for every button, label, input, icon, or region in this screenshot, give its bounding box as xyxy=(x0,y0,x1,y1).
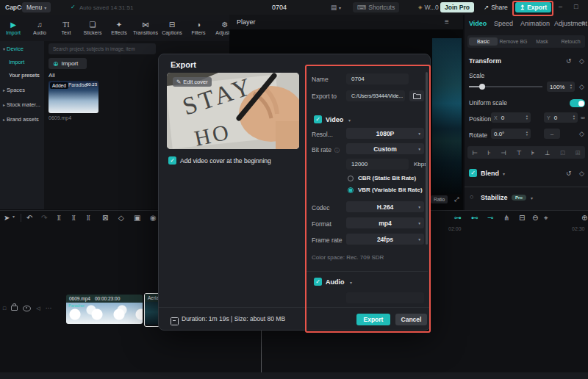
subtab-mask[interactable]: Mask xyxy=(528,39,556,44)
ribbon-tab-effects[interactable]: ✦ Effects xyxy=(106,21,132,35)
align-right-icon[interactable]: ⊣ xyxy=(501,149,506,156)
step-down-icon[interactable]: ▾ xyxy=(570,87,572,90)
chevron-down-icon[interactable]: ▾ xyxy=(350,280,352,285)
scale-slider-handle[interactable] xyxy=(479,84,485,90)
reset-icon[interactable]: ↺ xyxy=(566,57,572,65)
codec-dropdown[interactable]: H.264 ▾ xyxy=(346,201,424,212)
delete-icon[interactable]: ⊠ xyxy=(102,214,108,222)
lock-track-icon[interactable] xyxy=(11,306,18,311)
mute-track-icon[interactable]: ◁ xyxy=(36,306,40,311)
keyframe-icon[interactable]: ◇ xyxy=(579,83,584,90)
maximize-button[interactable]: □ xyxy=(574,3,578,10)
transform-section-title[interactable]: Transform xyxy=(469,57,501,65)
menu-button[interactable]: Menu ▾ xyxy=(22,2,51,12)
position-y-stepper[interactable]: Y 0 ▴▾ xyxy=(544,112,578,123)
minimize-button[interactable]: – xyxy=(559,3,562,10)
split-icon[interactable]: ][ xyxy=(57,214,60,220)
keyframe-icon[interactable]: ◇ xyxy=(579,57,584,65)
align-top-icon[interactable]: ⊤ xyxy=(516,149,521,156)
credits-indicator[interactable]: ◈ W...0 xyxy=(414,2,443,12)
chevron-down-icon[interactable]: ▾ xyxy=(348,118,351,123)
distribute-h-icon[interactable]: ⊡ xyxy=(560,149,565,156)
distribute-v-icon[interactable]: ⊞ xyxy=(575,149,580,156)
tab-animation[interactable]: Animation xyxy=(520,20,550,27)
align-center-h-icon[interactable]: ⊦ xyxy=(488,149,491,156)
ribbon-tab-stickers[interactable]: ❏ Stickers xyxy=(79,21,106,35)
join-pro-button[interactable]: Join Pro xyxy=(440,2,474,12)
export-button[interactable]: ↥ Export xyxy=(515,2,551,12)
ribbon-tab-filters[interactable]: ◑ Filters xyxy=(185,21,212,35)
sidebar-item-stock-materials[interactable]: ▸ Stock mater... xyxy=(0,98,44,110)
audio-partial-dropdown[interactable] xyxy=(346,292,424,303)
delete-right-icon[interactable]: ][ xyxy=(87,214,90,220)
align-center-v-icon[interactable]: ⊧ xyxy=(531,149,534,156)
dialog-scrollbar[interactable] xyxy=(426,72,428,245)
audio-section-checkbox[interactable]: ✓ xyxy=(314,278,322,286)
layout-switch-button[interactable]: ▤ ▾ xyxy=(326,2,345,12)
add-cover-checkbox[interactable]: ✓ xyxy=(168,156,176,165)
rotate-value-stepper[interactable]: 0.0° ▴▾ xyxy=(491,129,531,139)
fullscreen-icon[interactable]: ⤢ xyxy=(454,196,459,203)
stabilize-section-title[interactable]: Stabilize xyxy=(481,194,508,201)
rotate-dial[interactable]: – xyxy=(544,129,560,139)
subtab-remove-bg[interactable]: Remove BG xyxy=(499,39,528,44)
bitrate-value-input[interactable]: 12000 xyxy=(346,159,409,170)
import-media-button[interactable]: ⊕ Import xyxy=(49,58,87,69)
resolution-dropdown[interactable]: 1080P ▾ xyxy=(346,128,424,139)
name-input[interactable]: 0704 xyxy=(346,73,409,84)
auto-attach-icon[interactable]: ⊷ xyxy=(471,214,478,222)
cover-clip[interactable] xyxy=(47,297,65,321)
position-x-stepper[interactable]: X 0 ▴▾ xyxy=(491,112,531,123)
shortcuts-button[interactable]: ⌨ Shortcuts xyxy=(353,2,399,12)
screen-icon[interactable]: ⊟ xyxy=(519,214,525,222)
ribbon-tab-captions[interactable]: ⊟ Captions xyxy=(159,21,185,35)
uniform-scale-toggle[interactable] xyxy=(570,99,585,107)
dialog-export-button[interactable]: Export xyxy=(356,314,390,325)
keyframe-icon[interactable]: ◇ xyxy=(579,170,584,177)
align-left-icon[interactable]: ⊢ xyxy=(473,149,478,156)
ribbon-tab-transitions[interactable]: ⋈ Transitions xyxy=(132,21,159,35)
framerate-dropdown[interactable]: 24fps ▾ xyxy=(346,234,424,245)
close-panel-icon[interactable]: ⊗ xyxy=(581,20,586,26)
dialog-cancel-button[interactable]: Cancel xyxy=(395,314,427,325)
snap-icon[interactable]: ⊸ xyxy=(487,214,493,222)
select-cursor-icon[interactable]: ➤ xyxy=(4,214,10,222)
vbr-radio[interactable] xyxy=(348,187,354,193)
ribbon-tab-audio[interactable]: ♫ Audio xyxy=(26,21,53,35)
video-section-checkbox[interactable]: ✓ xyxy=(314,115,322,123)
ribbon-tab-import[interactable]: ▶ Import xyxy=(0,21,26,35)
sidebar-item-brand-assets[interactable]: ▸ Brand assets xyxy=(0,113,44,125)
format-dropdown[interactable]: mp4 ▾ xyxy=(346,217,424,228)
player-menu-icon[interactable]: ≡ xyxy=(445,18,449,26)
blend-checkbox[interactable]: ✓ xyxy=(469,169,477,177)
subtab-basic[interactable]: Basic xyxy=(469,37,498,46)
sidebar-item-spaces[interactable]: ▸ Spaces xyxy=(0,84,44,95)
cbr-radio[interactable] xyxy=(348,176,354,181)
bitrate-dropdown[interactable]: Custom ▾ xyxy=(346,143,424,154)
chevron-down-icon[interactable]: ▾ xyxy=(12,214,15,219)
split-cursor-icon[interactable]: ⋔ xyxy=(503,214,509,222)
blend-section-title[interactable]: Blend xyxy=(481,170,499,177)
crop-icon[interactable]: ▣ xyxy=(134,214,140,222)
scale-value-stepper[interactable]: 100% ▴▾ xyxy=(547,82,575,92)
filter-all-label[interactable]: All xyxy=(49,72,55,79)
redo-icon[interactable]: ↷ xyxy=(41,214,47,222)
align-bottom-icon[interactable]: ⊥ xyxy=(545,149,550,156)
keyframe-icon[interactable]: ◇ xyxy=(579,130,584,137)
export-path-input[interactable]: C:/Users/93444/Vide... xyxy=(346,90,405,101)
toggle-visibility-icon[interactable] xyxy=(23,306,31,311)
ratio-button[interactable]: Ratio xyxy=(431,195,448,203)
magnet-icon[interactable]: ⌖ xyxy=(544,214,548,223)
tab-speed[interactable]: Speed xyxy=(494,20,513,27)
delete-left-icon[interactable]: ][ xyxy=(72,214,75,220)
browse-folder-button[interactable] xyxy=(409,90,424,101)
reset-icon[interactable]: ↺ xyxy=(566,170,572,177)
sidebar-item-your-presets[interactable]: Your presets xyxy=(0,69,44,81)
media-search-input[interactable]: Search project, subjects in image, item xyxy=(49,43,156,54)
link-clips-icon[interactable]: ⊶ xyxy=(454,214,462,222)
sidebar-item-device[interactable]: ▾ Device xyxy=(0,43,44,54)
media-clip-thumbnail[interactable]: Added Paradise 00:23 xyxy=(49,81,98,113)
tab-video[interactable]: Video xyxy=(469,20,487,27)
share-button[interactable]: ↗ Share xyxy=(479,2,512,12)
preview-icon[interactable]: ◉ xyxy=(150,214,157,222)
